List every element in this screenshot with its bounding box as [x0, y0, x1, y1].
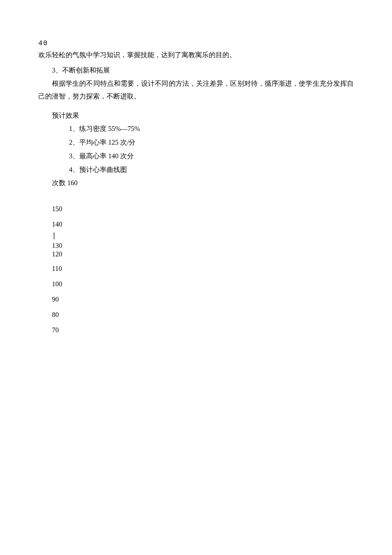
y-axis-ticks: 150 140 [52, 201, 354, 232]
page-number: 40 [38, 38, 354, 49]
y-axis-ticks: 130 120 [52, 241, 354, 259]
y-tick: 80 [52, 307, 354, 323]
document-page: 40 欢乐轻松的气氛中学习知识，掌握技能，达到了寓教寓乐的目的。 3、不断创新和… [0, 0, 392, 376]
list-item: 1、练习密度 55%—75% [69, 122, 354, 136]
y-tick: 100 [52, 276, 354, 292]
section-3-body: 根据学生的不同特点和需要，设计不同的方法，关注差异，区别对待，循序渐进，使学生充… [38, 77, 354, 103]
y-tick: 140 [52, 217, 354, 232]
y-tick: 120 [52, 250, 354, 259]
y-tick: 70 [52, 323, 354, 338]
y-tick: 90 [52, 292, 354, 307]
y-tick: 110 [52, 261, 354, 276]
list-item: 3、最高心率 140 次分 [69, 149, 354, 163]
section-3-title: 3、不断创新和拓展 [38, 64, 354, 77]
expected-effect-title: 预计效果 [38, 109, 354, 122]
y-axis-ticks: 110 100 90 80 70 [52, 261, 354, 338]
image-placeholder-mark: | [52, 232, 354, 239]
continuation-line: 欢乐轻松的气氛中学习知识，掌握技能，达到了寓教寓乐的目的。 [38, 49, 354, 61]
axis-label-line: 次数 160 [52, 177, 354, 189]
y-tick: 150 [52, 201, 354, 217]
y-tick: 130 [52, 241, 354, 250]
list-item: 2、平均心率 125 次/分 [69, 136, 354, 149]
expected-effect-list: 1、练习密度 55%—75% 2、平均心率 125 次/分 3、最高心率 140… [69, 122, 354, 177]
list-item: 4、预计心率曲线图 [69, 163, 354, 177]
